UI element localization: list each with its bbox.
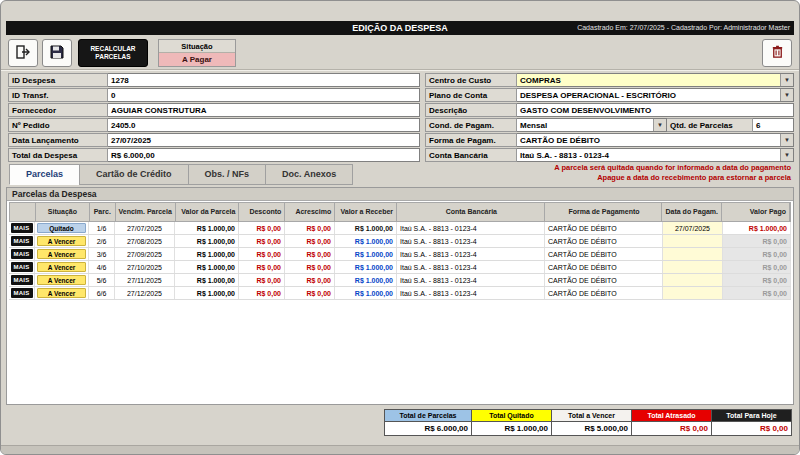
situacao-box: Situação A Pagar — [158, 39, 236, 67]
tab-cartao-credito[interactable]: Cartão de Crédito — [79, 164, 188, 185]
situacao-label: Situação — [159, 40, 235, 53]
mais-button[interactable]: MAIS — [11, 262, 33, 272]
data-pagamento-cell[interactable] — [663, 287, 723, 299]
status-badge: A Vencer — [37, 236, 86, 246]
chevron-down-icon[interactable]: ▼ — [780, 89, 793, 101]
mais-button[interactable]: MAIS — [11, 275, 33, 285]
plano-conta-select[interactable]: DESPESA OPERACIONAL - ESCRITÓRIO▼ — [517, 88, 794, 102]
acrescimo-cell: R$ 0,00 — [285, 222, 335, 234]
desconto-cell: R$ 0,00 — [239, 222, 285, 234]
parc-cell: 3/6 — [89, 248, 115, 260]
acrescimo-cell: R$ 0,00 — [285, 274, 335, 286]
status-badge: A Vencer — [37, 275, 86, 285]
mais-button[interactable]: MAIS — [11, 223, 33, 233]
descricao-label: Descrição — [425, 103, 517, 117]
trash-icon — [770, 44, 785, 62]
total-para-hoje-value: R$ 0,00 — [712, 421, 792, 436]
fornecedor-label: Fornecedor — [8, 103, 108, 117]
situacao-cell: A Vencer — [35, 274, 89, 286]
qtd-parcelas-field[interactable]: 6 — [753, 118, 794, 132]
tab-obs-nfs[interactable]: Obs. / NFs — [188, 164, 266, 185]
form-left-column: ID Despesa1278 ID Transf.0 FornecedorAGU… — [8, 73, 420, 163]
plano-conta-value: DESPESA OPERACIONAL - ESCRITÓRIO — [520, 91, 676, 100]
header-blank — [10, 203, 36, 221]
vencimento-cell: 27/07/2025 — [115, 222, 175, 234]
valor-parcela-cell: R$ 1.000,00 — [175, 248, 239, 260]
id-despesa-field[interactable]: 1278 — [108, 73, 420, 87]
vencimento-cell: 27/11/2025 — [115, 274, 175, 286]
pedido-field[interactable]: 2405.0 — [108, 118, 420, 132]
forma-pagamento-cell: CARTÃO DE DÉBITO — [545, 222, 663, 234]
conta-bancaria-cell: Itaú S.A. - 8813 - 0123-4 — [397, 287, 545, 299]
fornecedor-field[interactable]: AGUIAR CONSTRUTURA — [108, 103, 420, 117]
chevron-down-icon[interactable]: ▼ — [780, 74, 793, 86]
hint-text-block: A parcela será quitada quando for inform… — [554, 163, 791, 183]
desconto-cell: R$ 0,00 — [239, 248, 285, 260]
toolbar: RECALCULAR PARCELAS Situação A Pagar — [8, 39, 792, 69]
tab-doc-anexos[interactable]: Doc. Anexos — [265, 164, 353, 185]
total-atrasado-value: R$ 0,00 — [632, 421, 712, 436]
valor-parcela-cell: R$ 1.000,00 — [175, 222, 239, 234]
export-exit-button[interactable] — [8, 39, 38, 67]
recalc-parcelas-button[interactable]: RECALCULAR PARCELAS — [78, 39, 148, 67]
valor-pago-cell: R$ 0,00 — [723, 235, 791, 247]
save-icon — [49, 44, 65, 63]
mais-cell: MAIS — [9, 261, 35, 273]
totals-bar: Total de Parcelas R$ 6.000,00 Total Quit… — [384, 409, 792, 436]
tab-parcelas[interactable]: Parcelas — [9, 164, 79, 185]
acrescimo-cell: R$ 0,00 — [285, 261, 335, 273]
total-despesa-label: Total da Despesa — [8, 148, 108, 162]
centro-custo-select[interactable]: COMPRAS▼ — [517, 73, 794, 87]
chevron-down-icon[interactable]: ▼ — [653, 119, 666, 131]
valor-receber-cell: R$ 1.000,00 — [335, 274, 397, 286]
forma-pagamento-cell: CARTÃO DE DÉBITO — [545, 274, 663, 286]
conta-bancaria-cell: Itaú S.A. - 8813 - 0123-4 — [397, 222, 545, 234]
total-atrasado-label: Total Atrasado — [632, 409, 712, 421]
parcelas-groupbox: Parcelas da Despesa Situação Parc. Venci… — [6, 187, 794, 405]
status-badge: Quitado — [37, 223, 86, 233]
data-pagamento-cell[interactable]: 27/07/2025 — [663, 222, 723, 234]
table-row: MAIS A Vencer 5/6 27/11/2025 R$ 1.000,00… — [9, 274, 791, 287]
data-pagamento-cell[interactable] — [663, 235, 723, 247]
status-badge: A Vencer — [37, 249, 86, 259]
parc-cell: 1/6 — [89, 222, 115, 234]
forma-pagam-select[interactable]: CARTÃO DE DÉBITO▼ — [517, 133, 794, 147]
total-quitado-value: R$ 1.000,00 — [472, 421, 552, 436]
situacao-cell: A Vencer — [35, 248, 89, 260]
mais-button[interactable]: MAIS — [11, 249, 33, 259]
save-button[interactable] — [42, 39, 72, 67]
id-transf-field[interactable]: 0 — [108, 88, 420, 102]
mais-button[interactable]: MAIS — [11, 288, 33, 298]
conta-bancaria-label: Conta Bancária — [425, 148, 517, 162]
data-pagamento-cell[interactable] — [663, 248, 723, 260]
total-despesa-field[interactable]: R$ 6.000,00 — [108, 148, 420, 162]
hint-line-1: A parcela será quitada quando for inform… — [554, 163, 791, 173]
table-row: MAIS A Vencer 2/6 27/08/2025 R$ 1.000,00… — [9, 235, 791, 248]
mais-button[interactable]: MAIS — [11, 236, 33, 246]
valor-parcela-cell: R$ 1.000,00 — [175, 274, 239, 286]
data-pagamento-cell[interactable] — [663, 274, 723, 286]
conta-bancaria-select[interactable]: Itaú S.A. - 8813 - 0123-4▼ — [517, 148, 794, 162]
total-a-vencer-label: Total a Vencer — [552, 409, 632, 421]
header-vencimento: Vencim. Parcela — [116, 203, 176, 221]
descricao-field[interactable]: GASTO COM DESENVOLVIMENTO — [517, 103, 794, 117]
delete-button[interactable] — [762, 39, 792, 67]
valor-receber-cell: R$ 1.000,00 — [335, 248, 397, 260]
chevron-down-icon[interactable]: ▼ — [780, 149, 793, 161]
valor-pago-cell: R$ 0,00 — [723, 287, 791, 299]
valor-receber-cell: R$ 1.000,00 — [335, 261, 397, 273]
status-badge: A Vencer — [37, 262, 86, 272]
cond-pagam-select[interactable]: Mensal▼ — [517, 118, 667, 132]
header-valor-receber: Valor a Receber — [335, 203, 397, 221]
qtd-parcelas-label: Qtd. de Parcelas — [667, 118, 753, 132]
data-lancamento-field[interactable]: 27/07/2025 — [108, 133, 420, 147]
table-header: Situação Parc. Vencim. Parcela Valor da … — [9, 202, 791, 222]
acrescimo-cell: R$ 0,00 — [285, 287, 335, 299]
data-lancamento-label: Data Lançamento — [8, 133, 108, 147]
valor-parcela-cell: R$ 1.000,00 — [175, 287, 239, 299]
valor-receber-cell: R$ 1.000,00 — [335, 222, 397, 234]
chevron-down-icon[interactable]: ▼ — [780, 134, 793, 146]
header-forma-pagamento: Forma de Pagamento — [545, 203, 663, 221]
data-pagamento-cell[interactable] — [663, 261, 723, 273]
forma-pagamento-cell: CARTÃO DE DÉBITO — [545, 248, 663, 260]
